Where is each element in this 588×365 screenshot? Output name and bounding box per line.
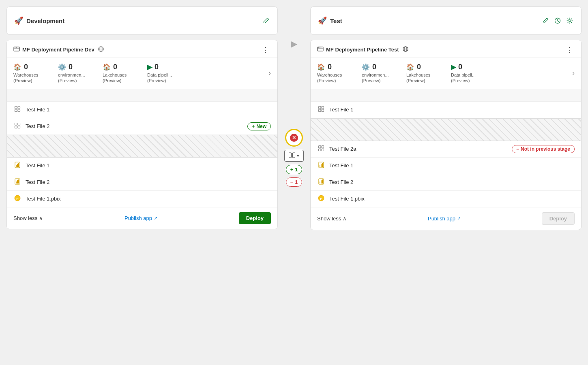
dev-file-item-3: Test File 1 [7, 158, 277, 174]
dev-pipeline-title: MF Deployment Pipeline Dev [22, 47, 94, 53]
dev-deploy-label: Deploy [246, 215, 264, 221]
compare-button[interactable]: ▾ [284, 150, 304, 162]
test-env-icon: ⚙️ [362, 63, 370, 71]
plus-icon: + [252, 124, 255, 129]
svg-rect-19 [17, 180, 18, 184]
svg-text:P: P [16, 196, 19, 200]
test-section-separator [311, 89, 581, 102]
test-report-icon-2 [317, 178, 325, 186]
dev-stats-row: 🏠 0 Warehouses(Preview) ⚙️ 0 environmen.… [7, 58, 277, 89]
svg-rect-27 [318, 47, 323, 51]
test-stage-icon: 🚀 [318, 16, 327, 25]
svg-point-28 [318, 47, 319, 48]
svg-rect-9 [15, 123, 17, 125]
test-edit-button[interactable] [541, 17, 549, 25]
dev-pipeline-card: MF Deployment Pipeline Dev ⋮ 🏠 [6, 40, 278, 229]
not-prev-badge: − Not in previous stage [512, 145, 575, 153]
report-icon-2 [13, 178, 21, 186]
svg-rect-24 [293, 153, 295, 158]
test-grid-icon-1 [317, 106, 325, 114]
svg-rect-20 [18, 179, 19, 184]
svg-rect-5 [15, 106, 17, 109]
dev-show-less-label: Show less [13, 215, 37, 221]
svg-rect-47 [322, 179, 323, 184]
dev-stat-lakehouses: 🏠 0 Lakehouses(Preview) [103, 63, 147, 84]
svg-rect-6 [18, 106, 20, 109]
dev-publish-label: Publish app [124, 215, 152, 221]
test-stat-env: ⚙️ 0 environmen...(Preview) [362, 63, 406, 84]
dev-pipeline-header: MF Deployment Pipeline Dev ⋮ [7, 40, 277, 58]
dev-show-less-button[interactable]: Show less ∧ [13, 215, 43, 221]
svg-rect-0 [14, 47, 19, 51]
dev-pipeline-card-icon [13, 46, 20, 53]
sync-area: ✕ ▾ + 1 − 1 [284, 129, 304, 187]
test-file-list: Test File 1 Test File 2a [311, 102, 581, 207]
chevron-down-icon: ▾ [297, 153, 299, 158]
test-stats-arrow[interactable]: › [572, 69, 575, 77]
sync-status-icon: ✕ [285, 129, 303, 147]
dev-stats-arrow[interactable]: › [268, 69, 271, 77]
dev-deploy-button[interactable]: Deploy [239, 212, 271, 224]
dev-file-item-2: Test File 2 + + New New [7, 118, 277, 135]
dev-file-item-1: Test File 1 [7, 102, 277, 118]
test-pipeline-header: MF Deployment Pipeline Test ⋮ [311, 40, 581, 58]
dev-edit-button[interactable] [262, 17, 270, 25]
test-file-item-2: Test File 2a − Not in previous stage [311, 141, 581, 158]
test-stat-lakehouses: 🏠 0 Lakehouses(Preview) [406, 63, 451, 84]
test-stage-title: Test [330, 17, 342, 24]
test-show-less-button[interactable]: Show less ∧ [317, 216, 347, 222]
svg-rect-39 [322, 149, 324, 151]
svg-rect-12 [18, 126, 20, 128]
test-chevron-up-icon: ∧ [343, 216, 347, 222]
test-history-button[interactable] [554, 17, 562, 25]
test-more-button[interactable]: ⋮ [564, 46, 575, 53]
test-pipeline-icon: ▶ [451, 63, 456, 71]
test-pipeline-card: MF Deployment Pipeline Test ⋮ 🏠 [310, 40, 582, 230]
dev-section-separator [7, 89, 277, 102]
test-stat-warehouses: 🏠 0 Warehouses(Preview) [317, 63, 362, 84]
not-prev-label: Not in previous stage [521, 146, 570, 152]
dev-file-list: Test File 1 Test File 2 + [7, 102, 277, 207]
test-pipeline-network-icon [402, 46, 409, 53]
test-show-less-label: Show less [317, 216, 341, 222]
test-settings-button[interactable] [566, 17, 574, 25]
svg-rect-23 [289, 153, 292, 158]
test-lakehouse-icon: 🏠 [406, 63, 414, 71]
test-file-name-4: Test File 2 [329, 179, 575, 185]
add-count-badge: + 1 [286, 165, 302, 174]
svg-rect-36 [319, 145, 321, 148]
dev-file-name-1: Test File 1 [26, 107, 271, 113]
env-icon: ⚙️ [58, 63, 66, 71]
test-stat-pipelines: ▶ 0 Data pipeli...(Preview) [451, 63, 496, 84]
svg-rect-8 [18, 109, 20, 112]
test-card-footer: Show less ∧ Publish app ↗ Deploy [311, 207, 581, 230]
dev-stat-warehouses: 🏠 0 Warehouses(Preview) [13, 63, 58, 84]
test-publish-button[interactable]: Publish app ↗ [428, 216, 461, 222]
svg-rect-7 [15, 109, 17, 112]
test-file-item-3: Test File 1 [311, 158, 581, 174]
svg-point-29 [320, 47, 320, 48]
dev-stage-title: Development [26, 17, 64, 24]
dev-file-name-4: Test File 2 [26, 179, 271, 185]
dev-hatched-area [7, 135, 277, 158]
warehouse-icon: 🏠 [13, 63, 21, 71]
dev-card-footer: Show less ∧ Publish app ↗ Deploy [7, 207, 277, 229]
dev-stage-icon: 🚀 [14, 16, 23, 25]
svg-rect-38 [319, 149, 321, 151]
test-file-item-4: Test File 2 [311, 174, 581, 191]
test-pipeline-card-icon [317, 46, 324, 53]
svg-rect-46 [321, 180, 322, 184]
test-file-item-1: Test File 1 [311, 102, 581, 118]
pbix-icon-1: P [13, 195, 21, 203]
dev-more-button[interactable]: ⋮ [260, 46, 271, 53]
svg-point-1 [15, 47, 15, 48]
svg-rect-14 [16, 165, 17, 167]
svg-rect-32 [319, 106, 321, 109]
svg-rect-45 [320, 181, 320, 184]
svg-text:P: P [320, 196, 322, 200]
test-hatched-area [311, 118, 581, 141]
dev-publish-button[interactable]: Publish app ↗ [124, 215, 157, 221]
svg-rect-37 [322, 145, 324, 148]
dev-file-name-5: Test File 1.pbix [26, 196, 271, 202]
svg-rect-33 [322, 106, 324, 109]
